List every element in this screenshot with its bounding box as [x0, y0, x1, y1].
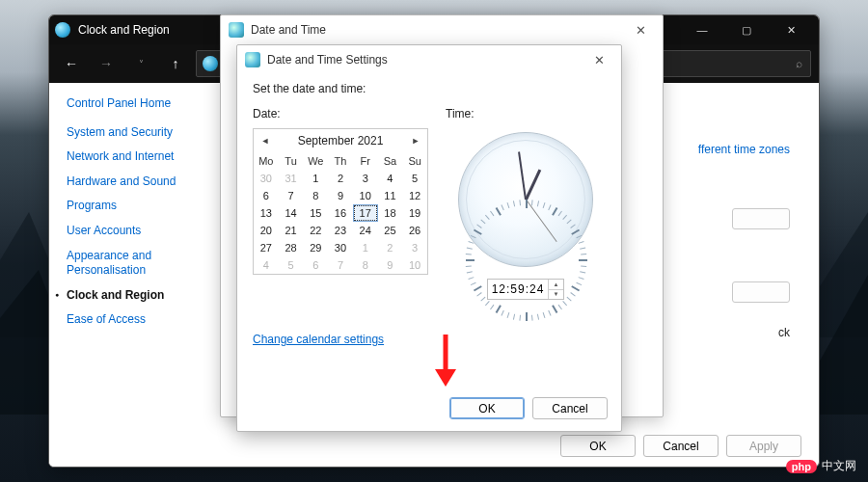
calendar-day-cell[interactable]: 9: [378, 256, 403, 274]
calendar-day-cell[interactable]: 24: [353, 222, 378, 239]
calendar-day-cell[interactable]: 3: [402, 239, 427, 256]
sidebar-item-network-and-internet[interactable]: Network and Internet: [67, 149, 198, 165]
clock-tick: [474, 229, 482, 235]
calendar-day-cell[interactable]: 17: [353, 204, 378, 222]
obscured-button-2[interactable]: [732, 281, 790, 303]
spinner-down-icon[interactable]: ▼: [549, 290, 563, 300]
calendar-day-cell[interactable]: 18: [378, 204, 403, 222]
calendar-day-cell[interactable]: 1: [353, 239, 378, 256]
calendar-day-cell[interactable]: 4: [378, 170, 403, 187]
spinner-up-icon[interactable]: ▲: [549, 280, 563, 290]
calendar-day-cell[interactable]: 10: [353, 187, 378, 204]
clock-tick: [476, 225, 481, 228]
calendar-day-cell[interactable]: 31: [279, 170, 304, 187]
clock-tick: [471, 282, 476, 285]
time-input[interactable]: [488, 280, 548, 299]
maximize-button[interactable]: ▢: [724, 15, 769, 44]
sidebar-item-user-accounts[interactable]: User Accounts: [67, 224, 198, 239]
history-chevron-icon[interactable]: ˅: [126, 49, 155, 78]
calendar-day-cell[interactable]: 27: [254, 239, 279, 256]
calendar-day-cell[interactable]: 2: [378, 239, 403, 256]
calendar-day-cell[interactable]: 9: [328, 187, 353, 204]
date-label: Date:: [253, 107, 428, 120]
obscured-button-1[interactable]: [732, 208, 790, 229]
calendar-day-cell[interactable]: 5: [402, 170, 427, 187]
calendar-day-cell[interactable]: 29: [303, 239, 328, 256]
clock-tick: [567, 219, 572, 224]
calendar-day-cell[interactable]: 14: [279, 204, 304, 222]
current-marker-icon: ●: [55, 290, 59, 299]
calendar-day-cell[interactable]: 15: [303, 204, 328, 222]
forward-button[interactable]: →: [92, 49, 121, 78]
calendar-day-cell[interactable]: 7: [279, 187, 304, 204]
change-calendar-settings-link[interactable]: Change calendar settings: [253, 333, 384, 346]
dialog1-action-row: OK Cancel Apply: [560, 435, 801, 457]
dialog1-close-button[interactable]: ✕: [626, 23, 655, 38]
calendar-day-cell[interactable]: 8: [353, 256, 378, 274]
calendar-day-cell[interactable]: 26: [402, 222, 427, 239]
calendar-day-cell[interactable]: 30: [254, 170, 279, 187]
dialog2-title: Date and Time Settings: [267, 53, 388, 67]
calendar-day-cell[interactable]: 11: [378, 187, 403, 204]
calendar-day-header: Mo: [254, 152, 279, 170]
clock-tick: [580, 271, 585, 273]
close-button[interactable]: ✕: [769, 15, 813, 44]
dialog2-close-button[interactable]: ✕: [584, 53, 613, 67]
calendar-day-cell[interactable]: 5: [279, 256, 304, 274]
calendar-day-cell[interactable]: 25: [378, 222, 403, 239]
timezones-link-fragment[interactable]: fferent time zones: [698, 143, 790, 156]
dialog1-title: Date and Time: [251, 23, 326, 37]
calendar-day-cell[interactable]: 30: [328, 239, 353, 256]
watermark: php 中文网: [786, 458, 856, 474]
calendar-day-cell[interactable]: 13: [254, 204, 279, 222]
sidebar-item-system-and-security[interactable]: System and Security: [67, 125, 198, 141]
calendar-day-cell[interactable]: 16: [328, 204, 353, 222]
calendar-day-cell[interactable]: 2: [328, 170, 353, 187]
calendar-day-cell[interactable]: 12: [402, 187, 427, 204]
calendar-day-cell[interactable]: 4: [254, 256, 279, 274]
clock-tick: [474, 285, 482, 291]
up-button[interactable]: ↑: [161, 49, 190, 78]
calendar-month-label[interactable]: September 2021: [298, 134, 384, 147]
calendar-day-cell[interactable]: 23: [328, 222, 353, 239]
calendar-next-button[interactable]: ►: [406, 129, 425, 152]
time-spinner[interactable]: ▲▼: [548, 280, 563, 299]
calendar-day-cell[interactable]: 6: [303, 256, 328, 274]
back-button[interactable]: ←: [57, 49, 86, 78]
clock-tick: [467, 247, 473, 249]
calendar-day-cell[interactable]: 21: [279, 222, 304, 239]
minimize-button[interactable]: —: [680, 15, 724, 44]
sidebar-item-clock-and-region[interactable]: ●Clock and Region: [67, 288, 198, 304]
calendar-day-cell[interactable]: 22: [303, 222, 328, 239]
sidebar-item-hardware-and-sound[interactable]: Hardware and Sound: [67, 174, 198, 190]
calendar-day-cell[interactable]: 20: [254, 222, 279, 239]
cancel-button[interactable]: Cancel: [643, 435, 719, 457]
calendar-day-cell[interactable]: 10: [402, 256, 427, 274]
calendar-day-cell[interactable]: 28: [279, 239, 304, 256]
calendar-day-cell[interactable]: 7: [328, 256, 353, 274]
calendar-day-cell[interactable]: 6: [254, 187, 279, 204]
search-box[interactable]: ⌕: [647, 50, 811, 77]
sidebar-home[interactable]: Control Panel Home: [67, 96, 198, 112]
calendar-day-cell[interactable]: 19: [402, 204, 427, 222]
dialog2-cancel-button[interactable]: Cancel: [532, 397, 608, 419]
dialog2-ok-button[interactable]: OK: [449, 397, 525, 419]
clock-tick: [576, 235, 582, 238]
clock-tick: [562, 215, 567, 220]
dialog2-titlebar[interactable]: Date and Time Settings ✕: [237, 45, 621, 74]
app-icon: [55, 22, 70, 38]
sidebar-item-appearance-and-personalisation[interactable]: Appearance and Personalisation: [67, 249, 198, 279]
clock-tick: [466, 254, 472, 255]
sidebar-item-ease-of-access[interactable]: Ease of Access: [67, 312, 198, 328]
ok-button[interactable]: OK: [560, 435, 636, 457]
dialog1-icon: [229, 22, 244, 38]
clock-tick: [466, 259, 475, 261]
calendar-prev-button[interactable]: ◄: [256, 129, 275, 152]
dialog1-titlebar[interactable]: Date and Time ✕: [221, 15, 663, 44]
calendar-day-cell[interactable]: 8: [303, 187, 328, 204]
sidebar-item-programs[interactable]: Programs: [67, 199, 198, 214]
calendar-day-cell[interactable]: 3: [353, 170, 378, 187]
address-icon: [203, 56, 218, 71]
calendar-day-cell[interactable]: 1: [303, 170, 328, 187]
apply-button[interactable]: Apply: [726, 435, 801, 457]
